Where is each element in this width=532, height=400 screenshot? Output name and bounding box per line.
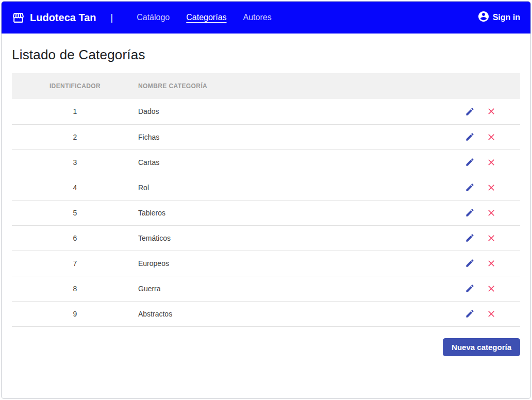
nav-links: Catálogo Categorías Autores	[128, 13, 279, 22]
categories-table: IDENTIFICADOR NOMBRE CATEGORÍA 1Dados2Fi…	[12, 73, 520, 327]
footer-actions: Nueva categoría	[12, 338, 520, 356]
cell-actions	[443, 99, 520, 124]
table-header: IDENTIFICADOR NOMBRE CATEGORÍA	[12, 73, 520, 99]
table-row: 1Dados	[12, 99, 520, 124]
cell-identificador: 6	[12, 225, 138, 251]
close-icon	[486, 208, 496, 218]
sign-in-label: Sign in	[493, 13, 520, 22]
cell-nombre: Europeos	[138, 251, 443, 276]
pencil-icon	[465, 182, 475, 192]
pencil-icon	[465, 233, 475, 243]
account-circle-icon	[477, 10, 490, 25]
pencil-icon	[465, 284, 475, 293]
delete-button[interactable]	[486, 309, 496, 319]
main-content: Listado de Categorías IDENTIFICADOR NOMB…	[2, 34, 530, 356]
table-row: 5Tableros	[12, 200, 520, 225]
new-category-button[interactable]: Nueva categoría	[443, 338, 520, 356]
cell-actions	[443, 200, 520, 225]
cell-nombre: Cartas	[138, 149, 443, 175]
table-row: 7Europeos	[12, 251, 520, 276]
delete-button[interactable]	[486, 284, 496, 294]
close-icon	[486, 157, 496, 168]
cell-actions	[443, 149, 520, 175]
close-icon	[486, 132, 496, 142]
edit-button[interactable]	[465, 132, 475, 142]
app-window: Ludoteca Tan | Catálogo Categorías Autor…	[1, 1, 531, 399]
delete-button[interactable]	[486, 106, 496, 116]
close-icon	[486, 182, 496, 193]
cell-nombre: Rol	[138, 175, 443, 200]
cell-nombre: Temáticos	[138, 225, 443, 251]
header-actions	[443, 73, 520, 99]
table-body: 1Dados2Fichas3Cartas4Rol5Tableros6Temáti…	[12, 99, 520, 326]
edit-button[interactable]	[465, 233, 475, 243]
cell-identificador: 8	[12, 276, 138, 301]
edit-button[interactable]	[465, 107, 475, 116]
cell-actions	[443, 225, 520, 251]
close-icon	[486, 106, 496, 116]
table-row: 6Temáticos	[12, 225, 520, 251]
cell-actions	[443, 301, 520, 326]
brand-label: Ludoteca Tan	[30, 12, 96, 24]
cell-identificador: 4	[12, 175, 138, 200]
edit-button[interactable]	[465, 182, 475, 192]
delete-button[interactable]	[486, 182, 496, 193]
table-row: 8Guerra	[12, 276, 520, 301]
cell-nombre: Dados	[138, 99, 443, 124]
cell-actions	[443, 124, 520, 149]
delete-button[interactable]	[486, 208, 496, 218]
pencil-icon	[465, 157, 475, 167]
table-row: 4Rol	[12, 175, 520, 200]
pencil-icon	[465, 309, 475, 319]
nav-item-autores[interactable]: Autores	[243, 13, 272, 22]
cell-identificador: 7	[12, 251, 138, 276]
cell-identificador: 1	[12, 99, 138, 124]
cell-identificador: 9	[12, 301, 138, 326]
cell-identificador: 2	[12, 124, 138, 149]
cell-identificador: 5	[12, 200, 138, 225]
delete-button[interactable]	[486, 233, 496, 243]
cell-nombre: Abstractos	[138, 301, 443, 326]
delete-button[interactable]	[486, 157, 496, 168]
table-row: 3Cartas	[12, 149, 520, 175]
edit-button[interactable]	[465, 284, 475, 293]
pencil-icon	[465, 208, 475, 218]
nav-separator: |	[111, 12, 113, 23]
page-title: Listado de Categorías	[12, 47, 520, 63]
nav-item-categorias[interactable]: Categorías	[186, 13, 226, 22]
cell-nombre: Tableros	[138, 200, 443, 225]
pencil-icon	[465, 107, 475, 116]
cell-actions	[443, 251, 520, 276]
header-identificador: IDENTIFICADOR	[12, 73, 138, 99]
table-row: 9Abstractos	[12, 301, 520, 326]
header-nombre-categoria: NOMBRE CATEGORÍA	[138, 73, 443, 99]
close-icon	[486, 233, 496, 243]
edit-button[interactable]	[465, 309, 475, 319]
sign-in-button[interactable]: Sign in	[477, 10, 520, 25]
navbar: Ludoteca Tan | Catálogo Categorías Autor…	[2, 2, 530, 34]
cell-nombre: Guerra	[138, 276, 443, 301]
pencil-icon	[465, 258, 475, 268]
storefront-icon	[12, 11, 25, 24]
edit-button[interactable]	[465, 258, 475, 268]
cell-nombre: Fichas	[138, 124, 443, 149]
edit-button[interactable]	[465, 157, 475, 167]
close-icon	[486, 284, 496, 294]
close-icon	[486, 309, 496, 319]
nav-item-catalogo[interactable]: Catálogo	[137, 13, 170, 22]
brand[interactable]: Ludoteca Tan	[12, 11, 96, 24]
table-row: 2Fichas	[12, 124, 520, 149]
edit-button[interactable]	[465, 208, 475, 218]
pencil-icon	[465, 132, 475, 142]
cell-actions	[443, 175, 520, 200]
delete-button[interactable]	[486, 258, 496, 269]
cell-identificador: 3	[12, 149, 138, 175]
delete-button[interactable]	[486, 132, 496, 142]
cell-actions	[443, 276, 520, 301]
close-icon	[486, 258, 496, 269]
